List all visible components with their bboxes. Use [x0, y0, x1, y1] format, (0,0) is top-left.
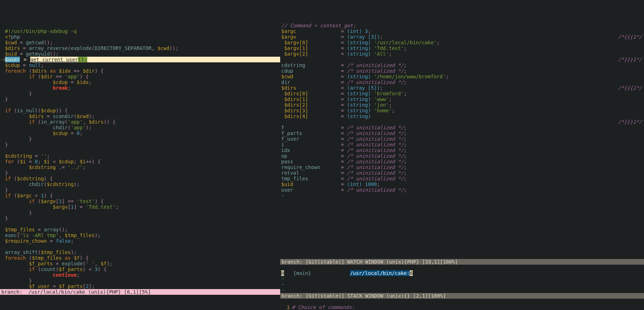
watch-row: tmp_files = /* uninitialized */;: [281, 176, 407, 181]
watch-row: $dirs[1] = (string) 'www';: [281, 96, 392, 102]
watch-row: /*}}}1*/: [281, 119, 341, 125]
watch-statusbar: branch: [Git(stable)] WATCH_WINDOW (unix…: [280, 259, 644, 265]
watch-row: $dirs[0] = (string) 'bromford';: [281, 91, 407, 96]
watch-row: $dirs = (array [5]);/*{{{1*/: [281, 85, 383, 91]
watch-row: idx = /* uninitialized */;: [281, 147, 407, 153]
stack-window[interactable]: 0 {main} /usr/local/bin/cake:6 ~ ~ ~ bra…: [280, 265, 644, 299]
watch-row: retval = /* uninitialized */;: [281, 170, 407, 176]
code-line: <?: [5, 34, 11, 40]
watch-row: $argv[2] = (string) 'All';: [281, 51, 392, 57]
code-line: $dirs: [5, 45, 20, 51]
watch-row: $dirs[3] = (string) 'home';: [281, 108, 395, 113]
watch-row: f = /* uninitialized */;: [281, 125, 407, 130]
watch-row: $dirs[4] = (string): [281, 113, 371, 119]
watch-row: $argv[1] = (string) 'Tdd.test';: [281, 45, 407, 51]
watch-row: /*}}}1*/: [281, 57, 341, 62]
watch-row: f_parts = /* uninitialized */;: [281, 130, 407, 136]
code-line: $uid: [5, 51, 17, 57]
tilde: ~: [281, 276, 284, 282]
right-panes: // Command = context_get; $argc = (int) …: [280, 23, 644, 310]
watch-row: $cwd = (string) '/home/jon/www/bromford'…: [281, 74, 449, 79]
watch-row: $argv[0] = (string) '/usr/local/bin/cake…: [281, 40, 440, 45]
watch-row: user = /* uninitialized */;: [281, 187, 407, 193]
watch-window[interactable]: // Command = context_get; $argc = (int) …: [280, 23, 644, 265]
watch-row: f_user = /* uninitialized */;: [281, 136, 407, 142]
watch-row: op = /* uninitialized */;: [281, 153, 407, 159]
stack-statusbar: branch: [Git(stable)] STACK_WINDOW (unix…: [280, 293, 644, 299]
watch-row: i = /* uninitialized */;: [281, 142, 407, 147]
code-line: $cdup: [5, 62, 20, 68]
watch-row: cdup = /* uninitialized */;: [281, 68, 407, 74]
gutter: [0, 28, 5, 34]
cmd-body[interactable]: 1# Choice of commands: 2# {context_get},…: [280, 299, 644, 310]
left-editor-pane[interactable]: #!/usr/bin/php-xdebug -q <?php $cwd = ge…: [0, 23, 280, 310]
watch-row: pass = /* uninitialized */;: [281, 159, 407, 164]
watch-row: $argv = (array [3]);/*{{{1*/: [281, 34, 383, 40]
watch-header: // Command = context_get;: [281, 23, 356, 28]
left-statusbar: branch: /usr/local/bin/cake (unix){PHP} …: [0, 289, 280, 295]
watch-row: $uid = (int) 1000;: [281, 181, 380, 187]
cmd-window[interactable]: 1# Choice of commands: 2# {context_get},…: [280, 299, 644, 310]
cmd-line: # Choice of commands:: [292, 304, 355, 310]
watch-row: $argc = (int) 3;: [281, 28, 371, 34]
watch-row: cdstring = /* uninitialized */;: [281, 62, 407, 68]
watch-row: dir = /* uninitialized */;: [281, 79, 407, 85]
code-line: $cwd: [5, 40, 17, 45]
watch-row: require_chown = /* uninitialized */;: [281, 164, 407, 170]
code-line: #!/usr/bin/php-xdebug -q: [5, 28, 77, 34]
watch-row: $dirs[2] = (string) 'jon';: [281, 102, 392, 108]
stack-line: 0 {main} /usr/local/bin/cake:6: [281, 270, 413, 276]
current-line: ->$user = get_current_user();: [0, 57, 280, 62]
